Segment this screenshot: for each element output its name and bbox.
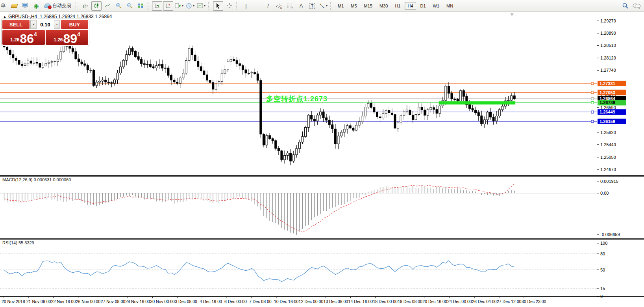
- vertical-line-tool-button[interactable]: |: [241, 1, 251, 11]
- buy-price-button[interactable]: 1.26894: [46, 30, 88, 45]
- candle-body: [311, 115, 313, 119]
- price-badge-label: 1.27053: [600, 90, 615, 95]
- candle-body: [15, 58, 17, 60]
- cursor-tool-button[interactable]: [213, 1, 223, 11]
- timeframe-d1[interactable]: D1: [418, 2, 429, 10]
- candle-body: [149, 64, 151, 67]
- chat-icon[interactable]: [633, 3, 641, 9]
- price-badge-label: 1.27331: [600, 81, 615, 86]
- candle-body: [9, 50, 11, 55]
- candle-body: [254, 73, 256, 74]
- terminal-button[interactable]: [20, 1, 30, 11]
- dropdown-arrow-icon: ▾: [193, 4, 194, 7]
- candle-body: [113, 80, 115, 83]
- candlestick-chart-button[interactable]: [91, 1, 102, 11]
- candle-body: [12, 55, 14, 58]
- price-tick-label: 1.25440: [600, 142, 616, 147]
- sell-button[interactable]: SELL: [2, 20, 30, 29]
- chart-shift-button[interactable]: [163, 1, 173, 11]
- auto-scroll-button[interactable]: [152, 1, 162, 11]
- line-chart-button[interactable]: [102, 1, 113, 11]
- candle-body: [146, 64, 148, 65]
- timeframe-m15[interactable]: M15: [361, 2, 375, 10]
- equidistant-channel-tool-button[interactable]: E: [274, 1, 284, 11]
- volume-value[interactable]: 0.10: [37, 20, 54, 29]
- candle-body: [483, 120, 485, 124]
- volume-increase-button[interactable]: ▲: [54, 20, 60, 29]
- timeframe-mn[interactable]: MN: [444, 2, 456, 10]
- trendline-tool-button[interactable]: /: [263, 1, 273, 11]
- candle-body: [266, 136, 268, 145]
- tile-windows-button[interactable]: [135, 1, 146, 11]
- timeframe-w1[interactable]: W1: [430, 2, 442, 10]
- fibonacci-tool-button[interactable]: F: [285, 1, 295, 11]
- candle-body: [498, 110, 500, 116]
- signals-button[interactable]: ◉: [31, 1, 41, 11]
- candle-body: [513, 96, 515, 99]
- candle-body: [60, 52, 62, 59]
- toolbar-grip: [330, 2, 333, 10]
- arrows-tool-button[interactable]: ▾: [318, 1, 328, 11]
- candle-body: [382, 113, 384, 118]
- timeframe-m1[interactable]: M1: [335, 2, 346, 10]
- candle-body: [69, 47, 71, 48]
- zoom-in-button[interactable]: [113, 1, 124, 11]
- indicators-button[interactable]: ▾: [174, 1, 184, 11]
- candle-body: [409, 110, 411, 115]
- candle-body: [188, 48, 190, 60]
- date-label: 13 Dec 08:00: [324, 299, 348, 304]
- sell-price-button[interactable]: 1.26864: [2, 30, 45, 45]
- candle-body: [313, 119, 315, 121]
- collapse-arrow-icon[interactable]: ▲: [3, 15, 6, 19]
- new-order-button[interactable]: 单: [0, 1, 8, 11]
- candle-body: [316, 115, 318, 121]
- candle-body: [454, 99, 456, 99]
- panel-separator: [0, 177, 644, 177]
- text-tool-button[interactable]: A: [296, 1, 306, 11]
- horizontal-line-tool-button[interactable]: —: [252, 1, 262, 11]
- pivot-annotation[interactable]: 多空转折点1.2673: [266, 94, 328, 104]
- periods-button[interactable]: ▾: [185, 1, 195, 11]
- timeframe-m5[interactable]: M5: [348, 2, 359, 10]
- candle-body: [257, 74, 259, 80]
- buy-price-prefix: 1.26: [54, 37, 63, 43]
- bar-chart-button[interactable]: [80, 1, 91, 11]
- label-tool-button[interactable]: T: [307, 1, 317, 11]
- toolbar-separator: [236, 2, 239, 10]
- auto-trading-button[interactable]: 自动交易: [42, 1, 74, 11]
- chart-profile-button[interactable]: [9, 1, 19, 11]
- candle-body: [421, 107, 423, 110]
- candle-body: [155, 66, 157, 68]
- timeframe-h4[interactable]: H4: [405, 2, 416, 10]
- candle-body: [224, 70, 226, 74]
- sell-price-pip: 4: [34, 31, 37, 37]
- dropdown-arrow-icon: ▾: [182, 4, 183, 7]
- candle-body: [170, 75, 172, 80]
- candle-body: [418, 107, 420, 115]
- candle-body: [424, 110, 426, 115]
- search-icon[interactable]: [622, 2, 629, 9]
- candle-body: [182, 73, 184, 78]
- new-order-label: 单: [1, 2, 6, 9]
- price-badge-label: 1.26159: [600, 119, 615, 124]
- candle-body: [18, 60, 20, 64]
- timeframe-h1[interactable]: H1: [392, 2, 403, 10]
- candle-body: [242, 65, 244, 70]
- horizontal-line-icon: —: [255, 3, 260, 9]
- volume-decrease-button[interactable]: ▼: [31, 20, 37, 29]
- candle-body: [260, 80, 262, 134]
- candle-body: [36, 62, 38, 63]
- templates-button[interactable]: ▾: [196, 1, 206, 11]
- clock-icon: [186, 3, 192, 9]
- crosshair-tool-button[interactable]: [224, 1, 234, 11]
- date-label: 20 Dec 16:00: [422, 299, 447, 304]
- candle-body: [376, 112, 378, 117]
- timeframe-m30[interactable]: M30: [377, 2, 390, 10]
- candle-body: [135, 51, 137, 56]
- zoom-out-button[interactable]: [124, 1, 135, 11]
- candle-body: [137, 57, 139, 60]
- chart-canvas[interactable]: 1.292701.288901.285101.281201.277401.269…: [0, 0, 644, 307]
- buy-button[interactable]: BUY: [61, 20, 88, 29]
- candle-body: [206, 75, 208, 80]
- date-label: 19 Dec 08:00: [398, 299, 422, 304]
